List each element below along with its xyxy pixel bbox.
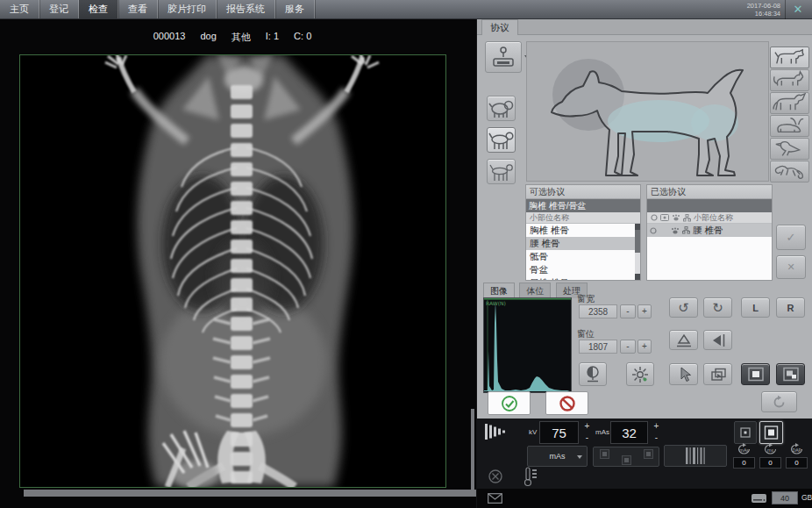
scroll-down-button[interactable] [635,274,640,280]
collision-disable-icon[interactable] [488,469,503,484]
protocol-item-selected[interactable]: 腰 椎骨 [526,237,640,250]
patient-id: 000013 [153,31,186,44]
svg-text:ms: ms [767,447,774,453]
control-panel: 协议 [476,19,812,508]
rotate-ccw-button[interactable]: ↺ [669,297,698,318]
marker-right-label: R [787,303,794,313]
confirm-protocol-button[interactable]: ✓ [776,225,806,250]
window-level-decrease-button[interactable]: - [620,340,636,354]
datetime-display: 2017-06-08 16:48:34 [747,2,780,18]
selected-protocol-row[interactable]: 腰 椎骨 [647,224,772,237]
message-envelope-icon[interactable] [488,493,502,504]
table-position-button[interactable] [485,41,522,73]
accept-image-button[interactable] [488,391,531,415]
protocol-item[interactable]: 骨盆 [526,263,640,276]
tab-protocol[interactable]: 协议 [481,19,518,35]
svg-text:DAP: DAP [792,447,801,453]
tab-image[interactable]: 图像 [483,283,515,298]
animal-horse-button[interactable] [770,92,809,114]
menu-item-home[interactable]: 主页 [0,0,39,18]
vertical-scrollbar[interactable] [471,409,474,490]
patient-category: 其他 [231,31,251,44]
invert-button[interactable] [579,362,607,386]
fit-display-button[interactable] [741,363,770,385]
reset-button[interactable] [761,391,797,412]
protocol-item[interactable]: 尾椎 椎骨 [526,276,640,281]
rotate-ccw-icon: ↺ [678,300,689,316]
rotate-cw-button[interactable]: ↻ [703,297,732,318]
grid-button[interactable] [664,445,727,467]
status-bar: 40 GB [477,489,812,508]
protocol-item[interactable]: 骶骨 [526,250,640,263]
xray-image[interactable] [19,54,446,488]
flip-vertical-button[interactable] [669,330,698,350]
anatomy-diagram[interactable] [526,41,769,182]
scroll-up-button[interactable] [635,224,640,230]
menu-item-exam[interactable]: 检查 [79,0,118,18]
animal-rabbit-button[interactable] [770,115,809,137]
window-width-field[interactable]: 2358 [579,304,617,318]
menu-item-film-print[interactable]: 胶片打印 [158,0,217,18]
reset-arrow-icon [772,395,787,410]
pointer-tool-button[interactable] [669,363,698,385]
dog-size-small-button[interactable] [487,159,516,184]
time-text: 16:48:34 [747,10,780,18]
marker-right-button[interactable]: R [776,297,805,318]
save-image-button[interactable] [776,363,805,385]
window-level-increase-button[interactable]: + [637,340,652,354]
aec-chamber-left-button[interactable] [600,449,609,459]
dog-size-large-button[interactable] [487,96,516,121]
window-level-label: 窗位 [577,328,595,340]
large-focus-icon [760,422,782,443]
animal-bird-button[interactable] [770,138,809,160]
aec-chamber-center-button[interactable] [622,455,631,465]
kv-label: kV [529,428,537,436]
menu-item-report-system[interactable]: 报告系统 [217,0,275,18]
window-width-increase-button[interactable]: + [637,304,652,318]
invert-contrast-icon [583,365,602,384]
protocol-item[interactable]: 胸椎 椎骨 [526,224,640,237]
remove-protocol-button[interactable]: ✕ [776,255,806,279]
scrollbar-thumb[interactable] [635,230,640,253]
protocol-group-header[interactable]: 胸椎 椎骨/骨盆 [526,199,640,212]
cassette-icon [660,214,669,221]
animal-cat-button[interactable] [770,69,809,91]
cat-icon [771,70,808,90]
window-width-label: 窗宽 [577,293,595,305]
menu-bar: 主页 登记 检查 查看 胶片打印 报告系统 服务 2017-06-08 16:4… [0,0,812,19]
auto-processing-button[interactable] [626,362,654,386]
menu-item-service[interactable]: 服务 [275,0,315,18]
aec-chamber-right-button[interactable] [644,449,653,459]
animal-reptile-button[interactable] [770,161,809,182]
histogram-panel[interactable]: RAW(N) [483,297,572,393]
animal-dog-button[interactable] [770,47,809,68]
mas-decrease-button[interactable]: - [650,433,663,443]
kv-increase-button[interactable]: + [581,421,594,432]
flip-horizontal-button[interactable] [703,330,732,350]
kv-decrease-button[interactable]: - [581,433,594,443]
focal-spot-large-button[interactable] [759,421,783,444]
reject-image-button[interactable] [545,391,588,415]
ms-meter-value: 0 [759,457,781,469]
mas-increase-button[interactable]: + [650,421,663,432]
window-width-decrease-button[interactable]: - [620,304,636,318]
marker-left-button[interactable]: L [741,297,770,318]
tab-position[interactable]: 体位 [519,283,551,298]
close-button[interactable]: ✕ [790,2,806,18]
menu-item-view[interactable]: 查看 [118,0,158,18]
date-text: 2017-06-08 [747,2,780,10]
window-level-field[interactable]: 1807 [579,340,617,354]
menu-item-register[interactable]: 登记 [39,0,79,18]
dog-size-medium-button[interactable] [487,127,516,153]
patient-species: dog [200,31,216,44]
mas-value-field[interactable]: 32 [610,421,648,444]
kv-value-field[interactable]: 75 [539,421,579,444]
selected-protocols-list: 已选协议 小部位名称 腰 椎骨 [646,184,773,281]
image-stack-button[interactable] [703,363,732,385]
exposure-mode-select[interactable]: mAs [527,446,588,467]
focal-spot-small-button[interactable] [734,421,757,444]
save-image-icon [782,367,800,382]
small-dog-icon [488,160,515,183]
list-scrollbar[interactable] [635,224,640,280]
horizontal-scrollbar[interactable] [24,490,476,497]
